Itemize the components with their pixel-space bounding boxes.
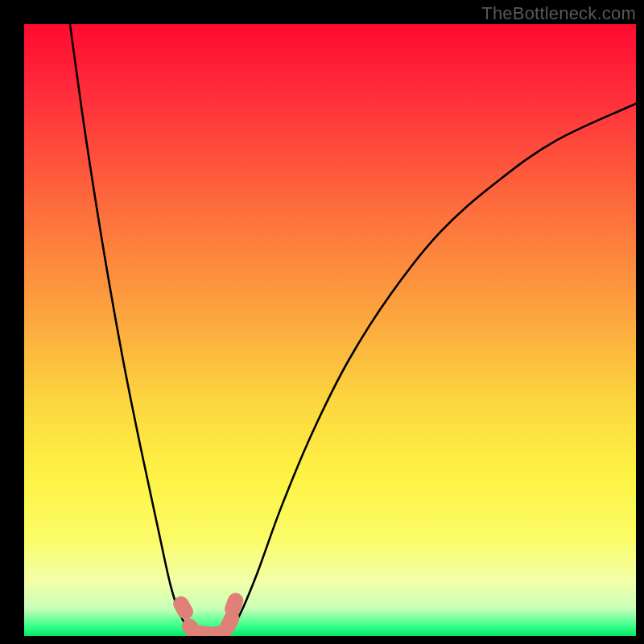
bottleneck-chart bbox=[24, 24, 636, 636]
gradient-background bbox=[24, 24, 636, 636]
watermark-text: TheBottleneck.com bbox=[481, 3, 636, 24]
plot-outer bbox=[24, 24, 636, 636]
chart-frame: TheBottleneck.com bbox=[0, 0, 644, 644]
